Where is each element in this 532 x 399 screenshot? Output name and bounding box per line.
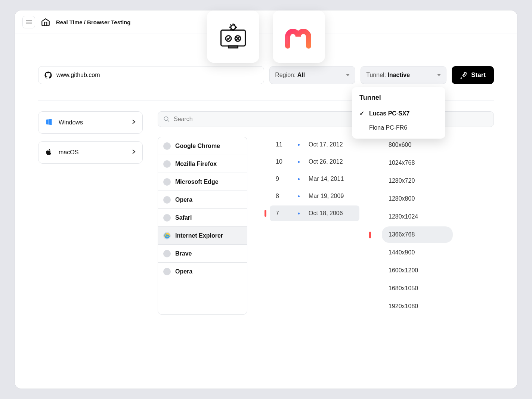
browser-item[interactable]: Google Chrome: [158, 137, 247, 155]
resolution-label: 1440x900: [389, 249, 415, 256]
url-input-field[interactable]: [38, 66, 264, 84]
tunnel-label: Tunnel:: [366, 72, 387, 78]
svg-point-4: [231, 25, 236, 30]
version-number: 11: [276, 141, 285, 148]
dot-icon: [298, 213, 300, 214]
resolution-row[interactable]: 1440x900: [382, 244, 453, 261]
os-item-windows[interactable]: Windows: [38, 111, 143, 134]
svg-rect-1: [229, 46, 238, 48]
browser-item[interactable]: Internet Explorer: [158, 227, 247, 245]
check-icon: ✓: [359, 110, 365, 117]
os-label: Windows: [59, 119, 83, 126]
dot-icon: [298, 178, 300, 180]
resolution-label: 1366x768: [389, 231, 415, 238]
github-icon: [44, 71, 52, 79]
browser-item[interactable]: Brave: [158, 245, 247, 263]
card-testing-icon: [207, 10, 259, 63]
tunnel-dropdown: Tunnel ✓Lucas PC-SX7Fiona PC-FR6: [352, 87, 445, 139]
menu-button[interactable]: [22, 16, 35, 28]
apple-icon: [45, 148, 53, 157]
tunnel-select[interactable]: Tunnel: Inactive: [361, 66, 446, 84]
version-date: Mar 14, 2011: [309, 176, 353, 182]
browser-icon: [163, 214, 171, 222]
tunnel-option[interactable]: ✓Lucas PC-SX7: [352, 106, 445, 121]
browser-label: Opera: [175, 268, 192, 275]
region-select[interactable]: Region: All: [269, 66, 355, 84]
os-item-apple[interactable]: macOS: [38, 141, 143, 164]
resolution-row[interactable]: 1680x1050: [382, 280, 453, 297]
version-row[interactable]: 7Oct 18, 2006: [270, 205, 359, 221]
url-input[interactable]: [56, 72, 258, 78]
version-date: Oct 18, 2006: [309, 210, 353, 217]
tunnel-option[interactable]: Fiona PC-FR6: [352, 121, 445, 135]
browser-label: Opera: [175, 197, 192, 203]
svg-rect-5: [285, 35, 288, 44]
version-number: 9: [276, 176, 285, 182]
tunnel-dropdown-title: Tunnel: [352, 94, 445, 106]
browser-label: Safari: [175, 214, 192, 221]
resolution-label: 1600x1200: [389, 267, 418, 274]
hamburger-icon: [26, 20, 32, 24]
resolution-row[interactable]: 1280x720: [382, 173, 453, 189]
resolution-row[interactable]: 1920x1080: [382, 298, 453, 315]
resolution-label: 1280x720: [389, 177, 415, 184]
region-value: All: [297, 72, 305, 78]
browser-item[interactable]: Opera: [158, 191, 247, 209]
version-row[interactable]: 9Mar 14, 2011: [270, 171, 359, 187]
floating-cards: [207, 10, 325, 63]
resolution-label: 1920x1080: [389, 303, 418, 310]
region-label: Region:: [275, 72, 297, 78]
tunnel-option-label: Fiona PC-FR6: [369, 124, 407, 131]
resolution-row[interactable]: 1280x1024: [382, 208, 453, 225]
resolution-row[interactable]: 1366x768: [382, 226, 453, 243]
svg-rect-0: [221, 30, 245, 46]
app-logo: [40, 17, 51, 27]
resolution-label: 1024x768: [389, 160, 415, 166]
tunnel-option-label: Lucas PC-SX7: [369, 110, 409, 117]
browser-icon: [163, 160, 171, 168]
resolution-label: 1280x1024: [389, 213, 418, 220]
browser-item[interactable]: Opera: [158, 263, 247, 281]
browser-item[interactable]: Safari: [158, 209, 247, 227]
card-brand-icon: [273, 10, 325, 63]
svg-point-6: [164, 117, 168, 121]
browser-label: Microsoft Edge: [175, 179, 219, 185]
version-number: 10: [276, 158, 285, 165]
browser-label: Mozilla Firefox: [175, 161, 217, 167]
browser-icon: [163, 250, 171, 257]
browser-label: Google Chrome: [175, 143, 220, 149]
windows-icon: [45, 118, 53, 127]
version-date: Oct 26, 2012: [309, 158, 353, 165]
chevron-right-icon: [132, 119, 136, 126]
resolution-label: 800x600: [389, 142, 411, 148]
version-number: 8: [276, 193, 285, 200]
rocket-icon: [460, 71, 467, 79]
resolution-row[interactable]: 1280x800: [382, 191, 453, 207]
browser-icon: [163, 268, 171, 275]
breadcrumb: Real Time / Browser Testing: [56, 19, 131, 25]
chevron-right-icon: [132, 149, 136, 156]
browser-item[interactable]: Microsoft Edge: [158, 173, 247, 191]
version-row[interactable]: 11Oct 17, 2012: [270, 137, 359, 152]
chevron-down-icon: [346, 74, 350, 76]
browser-icon: [163, 178, 171, 186]
tunnel-value: Inactive: [387, 72, 410, 78]
start-button[interactable]: Start: [452, 66, 494, 84]
version-row[interactable]: 8Mar 19, 2009: [270, 188, 359, 204]
browser-item[interactable]: Mozilla Firefox: [158, 155, 247, 173]
start-button-label: Start: [471, 71, 486, 79]
version-date: Oct 17, 2012: [309, 141, 353, 148]
browser-icon: [163, 232, 171, 239]
version-row[interactable]: 10Oct 26, 2012: [270, 154, 359, 170]
browser-icon: [163, 196, 171, 204]
chevron-down-icon: [437, 74, 441, 76]
resolution-row[interactable]: 800x600: [382, 137, 453, 153]
resolution-row[interactable]: 1024x768: [382, 155, 453, 171]
browser-icon: [163, 142, 171, 150]
dot-icon: [298, 195, 300, 197]
search-icon: [163, 116, 170, 123]
resolution-label: 1280x800: [389, 195, 415, 202]
resolution-row[interactable]: 1600x1200: [382, 262, 453, 279]
browser-label: Brave: [175, 250, 192, 257]
version-date: Mar 19, 2009: [309, 193, 353, 200]
